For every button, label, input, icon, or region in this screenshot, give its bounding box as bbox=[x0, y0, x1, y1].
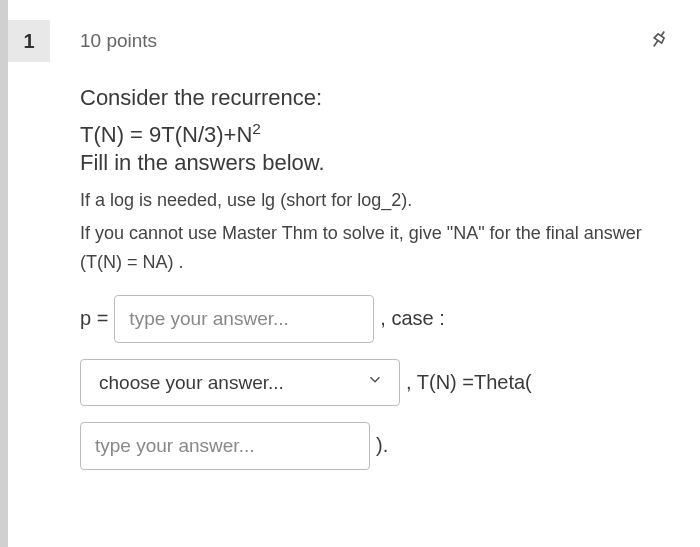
pin-icon[interactable] bbox=[648, 28, 670, 54]
theta-input[interactable] bbox=[80, 422, 370, 470]
case-select[interactable]: choose your answer... bbox=[80, 359, 400, 406]
p-label: p = bbox=[80, 307, 108, 330]
points-label: 10 points bbox=[80, 30, 157, 52]
note-log: If a log is needed, use lg (short for lo… bbox=[80, 186, 670, 215]
tn-label: , T(N) =Theta( bbox=[406, 371, 532, 394]
question-prompt-1: Consider the recurrence: bbox=[80, 82, 670, 114]
question-prompt-2: Fill in the answers below. bbox=[80, 150, 670, 176]
close-paren: ). bbox=[376, 434, 388, 457]
note-na: If you cannot use Master Thm to solve it… bbox=[80, 219, 670, 277]
question-number: 1 bbox=[8, 20, 50, 62]
case-label: , case : bbox=[380, 307, 444, 330]
p-input[interactable] bbox=[114, 295, 374, 343]
recurrence-formula: T(N) = 9T(N/3)+N2 bbox=[80, 120, 670, 148]
